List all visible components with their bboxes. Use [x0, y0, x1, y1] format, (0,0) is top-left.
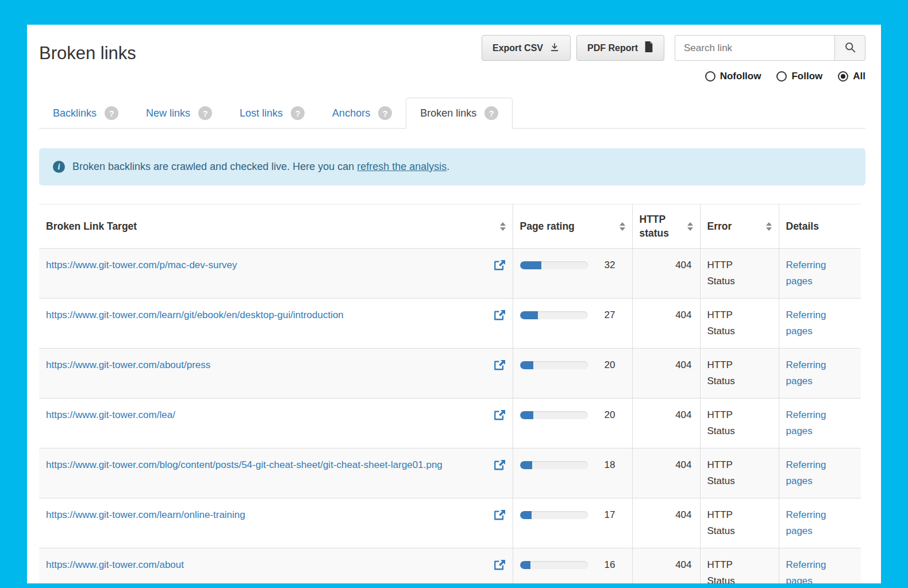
- details-cell: Referring pages: [779, 349, 861, 399]
- http-status-cell: 404: [632, 299, 700, 349]
- broken-link-url[interactable]: https://www.git-tower.com/lea/: [46, 407, 175, 423]
- http-status-cell: 404: [632, 349, 700, 399]
- refresh-analysis-link[interactable]: refresh the analysis: [357, 161, 447, 172]
- page-rating-bar: [520, 511, 588, 519]
- help-icon[interactable]: ?: [484, 106, 498, 120]
- sort-icon[interactable]: [766, 222, 772, 231]
- progress-fill: [520, 261, 542, 269]
- broken-link-url[interactable]: https://www.git-tower.com/learn/online-t…: [46, 507, 245, 523]
- table-row: https://www.git-tower.com/about 16 404 H…: [39, 548, 861, 584]
- page-rating-cell: 20: [513, 349, 632, 399]
- help-icon[interactable]: ?: [291, 106, 305, 120]
- table-row: https://www.git-tower.com/lea/ 20 404 HT…: [39, 399, 861, 448]
- radio-all-label[interactable]: All: [853, 71, 865, 82]
- page-rating-value: 16: [588, 557, 615, 573]
- external-link-icon[interactable]: [493, 307, 506, 323]
- broken-link-url[interactable]: https://www.git-tower.com/learn/git/eboo…: [46, 307, 344, 323]
- radio-nofollow[interactable]: Nofollow: [705, 71, 761, 82]
- help-icon[interactable]: ?: [105, 106, 118, 120]
- details-cell: Referring pages: [779, 399, 861, 448]
- tab-anchors[interactable]: Anchors ?: [318, 98, 406, 128]
- broken-link-target-cell: https://www.git-tower.com/p/mac-dev-surv…: [39, 249, 513, 299]
- export-csv-button[interactable]: Export CSV: [482, 35, 571, 61]
- details-link[interactable]: Referring pages: [786, 509, 826, 536]
- details-link[interactable]: Referring pages: [786, 359, 826, 386]
- broken-link-target-cell: https://www.git-tower.com/learn/online-t…: [39, 498, 513, 548]
- tab-label: Broken links: [420, 107, 476, 119]
- sort-icon[interactable]: [687, 222, 693, 231]
- header-label: HTTP status: [640, 212, 683, 240]
- details-cell: Referring pages: [779, 448, 861, 498]
- header-error[interactable]: Error: [700, 204, 779, 249]
- pdf-report-button[interactable]: PDF Report: [576, 35, 664, 61]
- details-link[interactable]: Referring pages: [786, 409, 826, 436]
- page-rating-bar: [520, 461, 588, 469]
- details-link[interactable]: Referring pages: [786, 459, 826, 486]
- page-rating-value: 32: [588, 257, 615, 273]
- sort-icon[interactable]: [620, 222, 625, 231]
- http-status-value: 404: [675, 509, 691, 520]
- tab-lost-links[interactable]: Lost links ?: [226, 98, 318, 128]
- header-label: Page rating: [520, 219, 575, 233]
- error-cell: HTTP Status: [700, 299, 779, 349]
- table-row: https://www.git-tower.com/learn/git/eboo…: [39, 299, 861, 349]
- search-input[interactable]: [675, 35, 834, 61]
- external-link-icon[interactable]: [493, 457, 506, 473]
- page-rating-value: 27: [588, 307, 615, 323]
- error-cell: HTTP Status: [700, 249, 779, 299]
- external-link-icon[interactable]: [493, 507, 506, 523]
- search-button[interactable]: [834, 35, 865, 61]
- radio-follow[interactable]: Follow: [776, 71, 822, 82]
- page-rating-cell: 32: [513, 249, 632, 299]
- details-cell: Referring pages: [779, 249, 861, 299]
- page-rating-value: 20: [588, 357, 615, 373]
- radio-follow-label[interactable]: Follow: [791, 71, 822, 82]
- http-status-value: 404: [675, 310, 691, 320]
- external-link-icon[interactable]: [493, 407, 506, 423]
- details-link[interactable]: Referring pages: [786, 310, 826, 336]
- tab-label: New links: [146, 107, 190, 119]
- page-rating-bar: [520, 361, 588, 369]
- help-icon[interactable]: ?: [378, 106, 392, 120]
- header-broken-link-target[interactable]: Broken Link Target: [39, 204, 513, 249]
- http-status-cell: 404: [632, 548, 700, 584]
- broken-link-url[interactable]: https://www.git-tower.com/p/mac-dev-surv…: [46, 257, 237, 273]
- broken-link-url[interactable]: https://www.git-tower.com/blog/content/p…: [46, 457, 443, 473]
- broken-link-url[interactable]: https://www.git-tower.com/about/press: [46, 357, 210, 373]
- details-link[interactable]: Referring pages: [786, 559, 826, 583]
- follow-filter-group: Nofollow Follow All: [705, 71, 865, 82]
- details-link[interactable]: Referring pages: [786, 260, 826, 287]
- header-label: Broken Link Target: [46, 219, 137, 233]
- error-cell: HTTP Status: [700, 448, 779, 498]
- tab-new-links[interactable]: New links ?: [132, 98, 226, 128]
- tab-backlinks[interactable]: Backlinks ?: [39, 98, 132, 128]
- table-row: https://www.git-tower.com/about/press 20…: [39, 349, 861, 399]
- banner-text-after: .: [447, 161, 449, 172]
- radio-nofollow-label[interactable]: Nofollow: [720, 71, 761, 82]
- table-row: https://www.git-tower.com/blog/content/p…: [39, 448, 861, 498]
- http-status-value: 404: [675, 409, 691, 420]
- help-icon[interactable]: ?: [198, 106, 212, 120]
- sort-icon[interactable]: [500, 222, 506, 231]
- radio-icon[interactable]: [776, 71, 787, 82]
- header-page-rating[interactable]: Page rating: [513, 204, 632, 249]
- external-link-icon[interactable]: [493, 557, 506, 573]
- radio-icon[interactable]: [705, 71, 715, 82]
- broken-link-target-cell: https://www.git-tower.com/blog/content/p…: [39, 448, 513, 498]
- banner-text: Broken backlinks are crawled and checked…: [72, 161, 449, 173]
- tab-label: Lost links: [240, 107, 283, 119]
- external-link-icon[interactable]: [493, 257, 506, 273]
- tab-broken-links[interactable]: Broken links ?: [406, 98, 513, 129]
- http-status-cell: 404: [632, 498, 700, 548]
- error-value: HTTP Status: [707, 409, 735, 436]
- header-http-status[interactable]: HTTP status: [632, 204, 700, 249]
- http-status-cell: 404: [632, 448, 700, 498]
- page-rating-cell: 27: [513, 299, 632, 349]
- download-icon: [549, 42, 560, 55]
- http-status-cell: 404: [632, 249, 700, 299]
- external-link-icon[interactable]: [493, 357, 506, 373]
- radio-icon[interactable]: [838, 71, 848, 82]
- error-value: HTTP Status: [707, 359, 735, 386]
- radio-all[interactable]: All: [838, 71, 865, 82]
- broken-link-url[interactable]: https://www.git-tower.com/about: [46, 557, 184, 573]
